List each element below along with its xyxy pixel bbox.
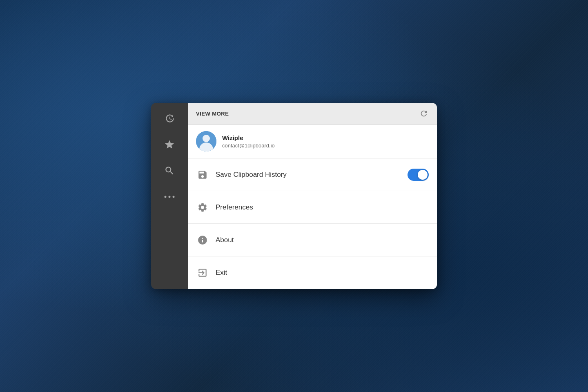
avatar [196,131,216,151]
main-panel: VIEW MORE Wiziple contact@1clipboard.io [188,103,437,289]
sidebar [151,103,188,289]
gear-icon [196,201,209,214]
sidebar-icon-more[interactable] [162,189,177,204]
menu-item-about[interactable]: About [188,224,437,256]
exit-icon [196,266,209,279]
user-name: Wiziple [222,134,275,141]
avatar-head [203,135,210,142]
sidebar-icon-history[interactable] [162,111,177,126]
svg-point-1 [169,196,171,198]
panel-title: VIEW MORE [196,111,229,117]
info-icon [196,234,209,247]
refresh-button[interactable] [419,109,429,118]
app-window: VIEW MORE Wiziple contact@1clipboard.io [151,103,437,289]
user-info: Wiziple contact@1clipboard.io [222,134,275,149]
preferences-label: Preferences [216,203,429,212]
menu-item-exit[interactable]: Exit [188,256,437,289]
avatar-image [196,131,216,151]
user-email: contact@1clipboard.io [222,143,275,149]
about-label: About [216,236,429,244]
menu-item-preferences[interactable]: Preferences [188,191,437,224]
save-icon [196,168,209,181]
toggle-knob [418,170,428,180]
avatar-body [199,143,213,151]
sidebar-icon-star[interactable] [162,137,177,152]
sidebar-icon-search[interactable] [162,163,177,178]
svg-point-0 [165,196,167,198]
menu-item-save-clipboard-history[interactable]: Save Clipboard History [188,158,437,191]
svg-point-2 [173,196,175,198]
panel-header: VIEW MORE [188,103,437,125]
save-clipboard-label: Save Clipboard History [216,171,401,179]
exit-label: Exit [216,269,429,277]
save-clipboard-toggle[interactable] [408,169,429,181]
user-section: Wiziple contact@1clipboard.io [188,125,437,158]
